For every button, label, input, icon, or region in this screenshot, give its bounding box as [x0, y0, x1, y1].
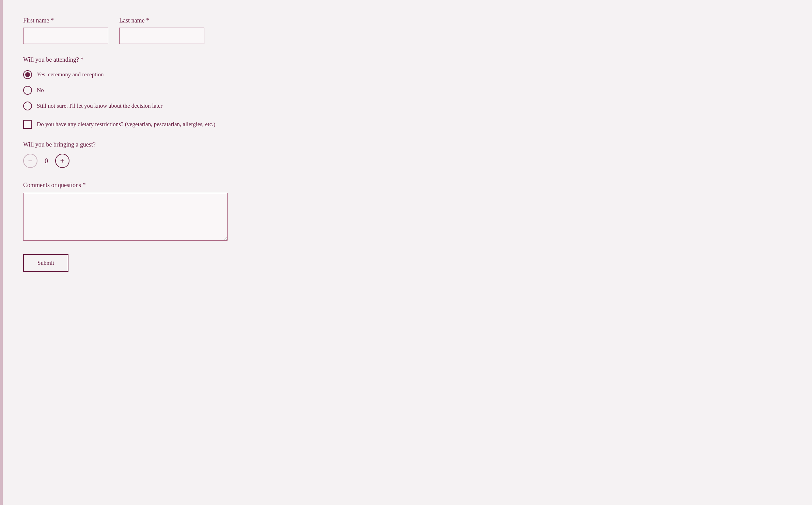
comments-section: Comments or questions * [23, 182, 792, 242]
dietary-checkbox-label: Do you have any dietary restrictions? (v… [37, 121, 215, 128]
increment-button[interactable]: + [55, 154, 69, 168]
page-container: First name * Last name * Will you be att… [0, 0, 812, 505]
radio-circle-unsure [23, 102, 32, 110]
left-accent-bar [0, 0, 3, 505]
last-name-label: Last name * [119, 17, 204, 24]
guest-count: 0 [43, 157, 50, 165]
first-name-group: First name * [23, 17, 108, 44]
radio-circle-no [23, 86, 32, 95]
radio-group: Yes, ceremony and reception No Still not… [23, 70, 792, 110]
dietary-checkbox-box [23, 120, 32, 129]
last-name-group: Last name * [119, 17, 204, 44]
stepper: − 0 + [23, 154, 792, 168]
submit-button[interactable]: Submit [23, 254, 68, 272]
dietary-checkbox-option[interactable]: Do you have any dietary restrictions? (v… [23, 120, 792, 129]
first-name-label: First name * [23, 17, 108, 24]
last-name-input[interactable] [119, 28, 204, 44]
radio-option-no[interactable]: No [23, 86, 792, 95]
form-container: First name * Last name * Will you be att… [3, 0, 812, 505]
radio-option-yes[interactable]: Yes, ceremony and reception [23, 70, 792, 79]
radio-circle-yes [23, 70, 32, 79]
guest-label: Will you be bringing a guest? [23, 141, 792, 148]
attending-label: Will you be attending? * [23, 56, 792, 63]
guest-section: Will you be bringing a guest? − 0 + [23, 141, 792, 168]
decrement-button[interactable]: − [23, 154, 37, 168]
radio-option-unsure[interactable]: Still not sure. I'll let you know about … [23, 102, 792, 110]
radio-label-unsure: Still not sure. I'll let you know about … [37, 103, 162, 109]
comments-textarea[interactable] [23, 193, 228, 241]
name-row: First name * Last name * [23, 17, 792, 44]
radio-label-no: No [37, 87, 44, 94]
comments-label: Comments or questions * [23, 182, 792, 189]
first-name-input[interactable] [23, 28, 108, 44]
attending-section: Will you be attending? * Yes, ceremony a… [23, 56, 792, 110]
radio-label-yes: Yes, ceremony and reception [37, 71, 104, 78]
